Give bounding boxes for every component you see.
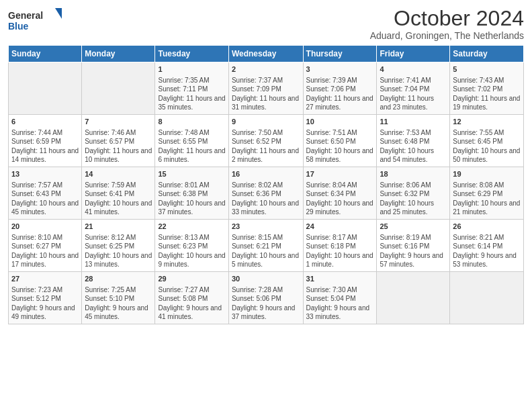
calendar-cell: 10Sunrise: 7:51 AM Sunset: 6:50 PM Dayli…	[303, 115, 377, 167]
day-number: 5	[453, 64, 521, 75]
page: General Blue October 2024 Aduard, Gronin…	[0, 0, 532, 411]
day-info: Sunrise: 7:46 AM Sunset: 6:57 PM Dayligh…	[85, 128, 152, 165]
day-number: 8	[158, 117, 225, 127]
day-header-wednesday: Wednesday	[228, 46, 303, 62]
header: General Blue October 2024 Aduard, Gronin…	[8, 7, 524, 41]
calendar-cell: 20Sunrise: 8:10 AM Sunset: 6:27 PM Dayli…	[9, 220, 82, 272]
calendar-cell: 25Sunrise: 8:19 AM Sunset: 6:16 PM Dayli…	[377, 220, 450, 272]
calendar-cell: 3Sunrise: 7:39 AM Sunset: 7:06 PM Daylig…	[303, 62, 377, 115]
week-row-3: 13Sunrise: 7:57 AM Sunset: 6:43 PM Dayli…	[9, 167, 524, 220]
calendar: SundayMondayTuesdayWednesdayThursdayFrid…	[8, 45, 524, 324]
calendar-cell: 18Sunrise: 8:06 AM Sunset: 6:32 PM Dayli…	[377, 167, 450, 220]
title-area: October 2024 Aduard, Groningen, The Neth…	[370, 7, 524, 41]
day-number: 30	[232, 274, 300, 284]
calendar-cell	[450, 272, 524, 324]
day-number: 4	[380, 64, 447, 75]
day-number: 15	[158, 169, 225, 179]
day-info: Sunrise: 7:57 AM Sunset: 6:43 PM Dayligh…	[11, 181, 79, 217]
day-info: Sunrise: 7:59 AM Sunset: 6:41 PM Dayligh…	[85, 181, 152, 217]
subtitle: Aduard, Groningen, The Netherlands	[370, 30, 524, 41]
calendar-cell	[377, 272, 450, 324]
day-number: 21	[85, 222, 152, 232]
day-info: Sunrise: 7:50 AM Sunset: 6:52 PM Dayligh…	[232, 128, 300, 165]
calendar-cell: 12Sunrise: 7:55 AM Sunset: 6:45 PM Dayli…	[450, 115, 524, 167]
day-info: Sunrise: 7:23 AM Sunset: 5:12 PM Dayligh…	[11, 285, 79, 322]
day-info: Sunrise: 8:21 AM Sunset: 6:14 PM Dayligh…	[453, 233, 521, 269]
day-info: Sunrise: 8:04 AM Sunset: 6:34 PM Dayligh…	[306, 181, 374, 217]
calendar-cell	[82, 62, 155, 115]
day-header-thursday: Thursday	[303, 46, 377, 62]
day-number: 22	[158, 222, 225, 232]
day-info: Sunrise: 7:39 AM Sunset: 7:06 PM Dayligh…	[306, 76, 374, 112]
day-info: Sunrise: 7:48 AM Sunset: 6:55 PM Dayligh…	[158, 128, 225, 165]
day-number: 27	[11, 274, 79, 284]
calendar-cell: 2Sunrise: 7:37 AM Sunset: 7:09 PM Daylig…	[228, 62, 303, 115]
day-info: Sunrise: 7:41 AM Sunset: 7:04 PM Dayligh…	[380, 76, 447, 112]
day-info: Sunrise: 7:51 AM Sunset: 6:50 PM Dayligh…	[306, 128, 374, 165]
day-number: 16	[232, 169, 300, 179]
calendar-cell: 11Sunrise: 7:53 AM Sunset: 6:48 PM Dayli…	[377, 115, 450, 167]
calendar-cell: 19Sunrise: 8:08 AM Sunset: 6:29 PM Dayli…	[450, 167, 524, 220]
day-number: 26	[453, 222, 521, 232]
day-info: Sunrise: 7:37 AM Sunset: 7:09 PM Dayligh…	[232, 76, 300, 112]
svg-text:Blue: Blue	[8, 21, 29, 32]
calendar-cell: 1Sunrise: 7:35 AM Sunset: 7:11 PM Daylig…	[155, 62, 228, 115]
day-number: 25	[380, 222, 447, 232]
calendar-cell: 5Sunrise: 7:43 AM Sunset: 7:02 PM Daylig…	[450, 62, 524, 115]
calendar-cell: 23Sunrise: 8:15 AM Sunset: 6:21 PM Dayli…	[228, 220, 303, 272]
calendar-header-row: SundayMondayTuesdayWednesdayThursdayFrid…	[9, 46, 524, 62]
day-info: Sunrise: 8:01 AM Sunset: 6:38 PM Dayligh…	[158, 181, 225, 217]
day-info: Sunrise: 7:43 AM Sunset: 7:02 PM Dayligh…	[453, 76, 521, 112]
day-number: 29	[158, 274, 225, 284]
calendar-cell	[9, 62, 82, 115]
logo-svg: General Blue	[8, 7, 62, 36]
calendar-cell: 16Sunrise: 8:02 AM Sunset: 6:36 PM Dayli…	[228, 167, 303, 220]
day-info: Sunrise: 8:12 AM Sunset: 6:25 PM Dayligh…	[85, 233, 152, 269]
calendar-cell: 7Sunrise: 7:46 AM Sunset: 6:57 PM Daylig…	[82, 115, 155, 167]
calendar-cell: 8Sunrise: 7:48 AM Sunset: 6:55 PM Daylig…	[155, 115, 228, 167]
svg-marker-2	[55, 8, 62, 19]
calendar-cell: 9Sunrise: 7:50 AM Sunset: 6:52 PM Daylig…	[228, 115, 303, 167]
day-header-monday: Monday	[82, 46, 155, 62]
calendar-cell: 4Sunrise: 7:41 AM Sunset: 7:04 PM Daylig…	[377, 62, 450, 115]
day-number: 6	[11, 117, 79, 127]
calendar-cell: 24Sunrise: 8:17 AM Sunset: 6:18 PM Dayli…	[303, 220, 377, 272]
day-number: 17	[306, 169, 374, 179]
day-number: 9	[232, 117, 300, 127]
day-number: 18	[380, 169, 447, 179]
day-number: 20	[11, 222, 79, 232]
day-number: 12	[453, 117, 521, 127]
calendar-cell: 15Sunrise: 8:01 AM Sunset: 6:38 PM Dayli…	[155, 167, 228, 220]
day-number: 19	[453, 169, 521, 179]
week-row-2: 6Sunrise: 7:44 AM Sunset: 6:59 PM Daylig…	[9, 115, 524, 167]
day-number: 3	[306, 64, 374, 75]
logo: General Blue	[8, 7, 62, 36]
day-info: Sunrise: 8:17 AM Sunset: 6:18 PM Dayligh…	[306, 233, 374, 269]
day-number: 1	[158, 64, 225, 75]
calendar-cell: 27Sunrise: 7:23 AM Sunset: 5:12 PM Dayli…	[9, 272, 82, 324]
calendar-cell: 28Sunrise: 7:25 AM Sunset: 5:10 PM Dayli…	[82, 272, 155, 324]
week-row-4: 20Sunrise: 8:10 AM Sunset: 6:27 PM Dayli…	[9, 220, 524, 272]
day-header-saturday: Saturday	[450, 46, 524, 62]
day-info: Sunrise: 7:27 AM Sunset: 5:08 PM Dayligh…	[158, 285, 225, 322]
calendar-cell: 17Sunrise: 8:04 AM Sunset: 6:34 PM Dayli…	[303, 167, 377, 220]
day-header-sunday: Sunday	[9, 46, 82, 62]
day-number: 14	[85, 169, 152, 179]
day-info: Sunrise: 7:53 AM Sunset: 6:48 PM Dayligh…	[380, 128, 447, 165]
day-info: Sunrise: 8:15 AM Sunset: 6:21 PM Dayligh…	[232, 233, 300, 269]
day-info: Sunrise: 7:55 AM Sunset: 6:45 PM Dayligh…	[453, 128, 521, 165]
calendar-cell: 31Sunrise: 7:30 AM Sunset: 5:04 PM Dayli…	[303, 272, 377, 324]
day-number: 10	[306, 117, 374, 127]
day-info: Sunrise: 8:19 AM Sunset: 6:16 PM Dayligh…	[380, 233, 447, 269]
day-info: Sunrise: 8:13 AM Sunset: 6:23 PM Dayligh…	[158, 233, 225, 269]
day-info: Sunrise: 8:02 AM Sunset: 6:36 PM Dayligh…	[232, 181, 300, 217]
day-info: Sunrise: 8:08 AM Sunset: 6:29 PM Dayligh…	[453, 181, 521, 217]
day-number: 7	[85, 117, 152, 127]
week-row-1: 1Sunrise: 7:35 AM Sunset: 7:11 PM Daylig…	[9, 62, 524, 115]
calendar-cell: 13Sunrise: 7:57 AM Sunset: 6:43 PM Dayli…	[9, 167, 82, 220]
day-info: Sunrise: 7:30 AM Sunset: 5:04 PM Dayligh…	[306, 285, 374, 322]
day-number: 24	[306, 222, 374, 232]
day-number: 23	[232, 222, 300, 232]
calendar-cell: 14Sunrise: 7:59 AM Sunset: 6:41 PM Dayli…	[82, 167, 155, 220]
calendar-cell: 26Sunrise: 8:21 AM Sunset: 6:14 PM Dayli…	[450, 220, 524, 272]
